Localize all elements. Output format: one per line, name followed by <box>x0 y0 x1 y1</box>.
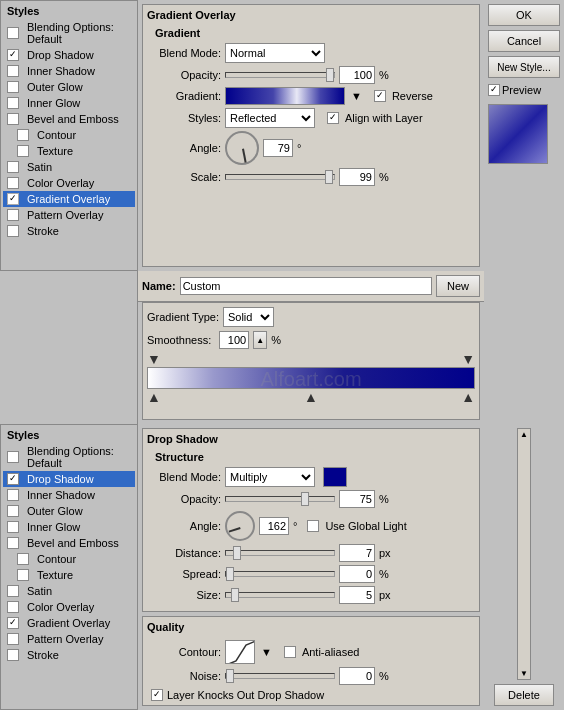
sidebar-item-outer-glow[interactable]: Outer Glow <box>3 79 135 95</box>
b-sidebar-texture[interactable]: Texture <box>3 567 135 583</box>
ds-global-light-checkbox[interactable] <box>307 520 319 532</box>
bottom-stop-left[interactable]: ▲ <box>147 389 161 405</box>
blend-mode-select[interactable]: Normal Multiply Screen <box>225 43 325 63</box>
checkbox-texture[interactable] <box>17 145 29 157</box>
name-input[interactable]: Custom <box>180 277 432 295</box>
ds-blend-select[interactable]: Multiply Normal Screen <box>225 467 315 487</box>
delete-button[interactable]: Delete <box>494 684 554 706</box>
sidebar-item-inner-glow[interactable]: Inner Glow <box>3 95 135 111</box>
b-checkbox-inner-shadow[interactable] <box>7 489 19 501</box>
ds-color-swatch[interactable] <box>323 467 347 487</box>
opacity-input[interactable]: 100 <box>339 66 375 84</box>
b-checkbox-texture[interactable] <box>17 569 29 581</box>
b-sidebar-drop-shadow[interactable]: Drop Shadow <box>3 471 135 487</box>
cancel-button[interactable]: Cancel <box>488 30 560 52</box>
new-button[interactable]: New <box>436 275 480 297</box>
sidebar-item-color-overlay[interactable]: Color Overlay <box>3 175 135 191</box>
ds-opacity-input[interactable]: 75 <box>339 490 375 508</box>
stepper-down[interactable]: ▲ <box>253 331 267 349</box>
b-checkbox-inner-glow[interactable] <box>7 521 19 533</box>
b-checkbox-drop-shadow[interactable] <box>7 473 19 485</box>
b-sidebar-color-overlay[interactable]: Color Overlay <box>3 599 135 615</box>
b-checkbox-satin[interactable] <box>7 585 19 597</box>
b-checkbox-gradient-overlay[interactable] <box>7 617 19 629</box>
scale-slider[interactable] <box>225 174 335 180</box>
checkbox-satin[interactable] <box>7 161 19 173</box>
checkbox-outer-glow[interactable] <box>7 81 19 93</box>
b-sidebar-contour[interactable]: Contour <box>3 551 135 567</box>
b-sidebar-pattern-overlay[interactable]: Pattern Overlay <box>3 631 135 647</box>
checkbox-drop-shadow[interactable] <box>7 49 19 61</box>
ds-angle-input[interactable]: 162 <box>259 517 289 535</box>
b-sidebar-gradient-overlay[interactable]: Gradient Overlay <box>3 615 135 631</box>
layer-knocks-checkbox[interactable] <box>151 689 163 701</box>
b-sidebar-outer-glow[interactable]: Outer Glow <box>3 503 135 519</box>
ds-opacity-slider[interactable] <box>225 496 335 502</box>
ds-size-input[interactable]: 5 <box>339 586 375 604</box>
ds-distance-input[interactable]: 7 <box>339 544 375 562</box>
sidebar-item-blending[interactable]: Blending Options: Default <box>3 19 135 47</box>
b-sidebar-satin[interactable]: Satin <box>3 583 135 599</box>
b-checkbox-stroke[interactable] <box>7 649 19 661</box>
checkbox-pattern-overlay[interactable] <box>7 209 19 221</box>
new-style-button[interactable]: New Style... <box>488 56 560 78</box>
bottom-stop-right[interactable]: ▲ <box>461 389 475 405</box>
scroll-down-btn[interactable]: ▼ <box>518 668 530 679</box>
sidebar-item-contour[interactable]: Contour <box>3 127 135 143</box>
checkbox-gradient-overlay[interactable] <box>7 193 19 205</box>
gradient-preview[interactable] <box>225 87 345 105</box>
b-checkbox-contour[interactable] <box>17 553 29 565</box>
top-stop-left[interactable]: ▼ <box>147 351 161 367</box>
checkbox-bevel[interactable] <box>7 113 19 125</box>
ds-spread-input[interactable]: 0 <box>339 565 375 583</box>
sidebar-item-drop-shadow[interactable]: Drop Shadow <box>3 47 135 63</box>
opacity-slider[interactable] <box>225 72 335 78</box>
b-checkbox-color-overlay[interactable] <box>7 601 19 613</box>
b-sidebar-stroke[interactable]: Stroke <box>3 647 135 663</box>
noise-input[interactable]: 0 <box>339 667 375 685</box>
ds-distance-slider[interactable] <box>225 550 335 556</box>
b-sidebar-bevel[interactable]: Bevel and Emboss <box>3 535 135 551</box>
gradient-bar-main[interactable]: Alfoart.com <box>147 367 475 389</box>
angle-dial[interactable] <box>225 131 259 165</box>
scroll-up-btn[interactable]: ▲ <box>518 429 530 440</box>
smoothness-input[interactable]: 100 <box>219 331 249 349</box>
scrollbar[interactable]: ▲ ▼ <box>517 428 531 680</box>
sidebar-item-inner-shadow[interactable]: Inner Shadow <box>3 63 135 79</box>
noise-slider[interactable] <box>225 673 335 679</box>
checkbox-contour[interactable] <box>17 129 29 141</box>
contour-preview[interactable] <box>225 640 255 664</box>
contour-dropdown-arrow[interactable]: ▼ <box>261 646 272 658</box>
reverse-checkbox[interactable] <box>374 90 386 102</box>
gradient-dropdown-arrow[interactable]: ▼ <box>351 90 362 102</box>
b-sidebar-inner-shadow[interactable]: Inner Shadow <box>3 487 135 503</box>
b-checkbox-bevel[interactable] <box>7 537 19 549</box>
sidebar-item-satin[interactable]: Satin <box>3 159 135 175</box>
b-sidebar-inner-glow[interactable]: Inner Glow <box>3 519 135 535</box>
sidebar-item-gradient-overlay[interactable]: Gradient Overlay <box>3 191 135 207</box>
sidebar-item-bevel[interactable]: Bevel and Emboss <box>3 111 135 127</box>
anti-alias-checkbox[interactable] <box>284 646 296 658</box>
smoothness-stepper[interactable]: ▲ <box>253 331 267 349</box>
checkbox-color-overlay[interactable] <box>7 177 19 189</box>
checkbox-stroke[interactable] <box>7 225 19 237</box>
ds-spread-slider[interactable] <box>225 571 335 577</box>
sidebar-item-stroke[interactable]: Stroke <box>3 223 135 239</box>
ok-button[interactable]: OK <box>488 4 560 26</box>
style-select[interactable]: Reflected Linear Radial Angle Diamond <box>225 108 315 128</box>
preview-checkbox[interactable] <box>488 84 500 96</box>
sidebar-item-texture[interactable]: Texture <box>3 143 135 159</box>
b-checkbox-pattern-overlay[interactable] <box>7 633 19 645</box>
angle-input[interactable]: 79 <box>263 139 293 157</box>
gradient-type-select[interactable]: Solid Noise <box>223 307 274 327</box>
checkbox-blending[interactable] <box>7 27 19 39</box>
checkbox-inner-shadow[interactable] <box>7 65 19 77</box>
checkbox-inner-glow[interactable] <box>7 97 19 109</box>
ds-size-slider[interactable] <box>225 592 335 598</box>
ds-angle-dial[interactable] <box>225 511 255 541</box>
top-stop-right[interactable]: ▼ <box>461 351 475 367</box>
sidebar-item-pattern-overlay[interactable]: Pattern Overlay <box>3 207 135 223</box>
bottom-stop-mid[interactable]: ▲ <box>304 389 318 405</box>
scale-input[interactable]: 99 <box>339 168 375 186</box>
b-checkbox-outer-glow[interactable] <box>7 505 19 517</box>
